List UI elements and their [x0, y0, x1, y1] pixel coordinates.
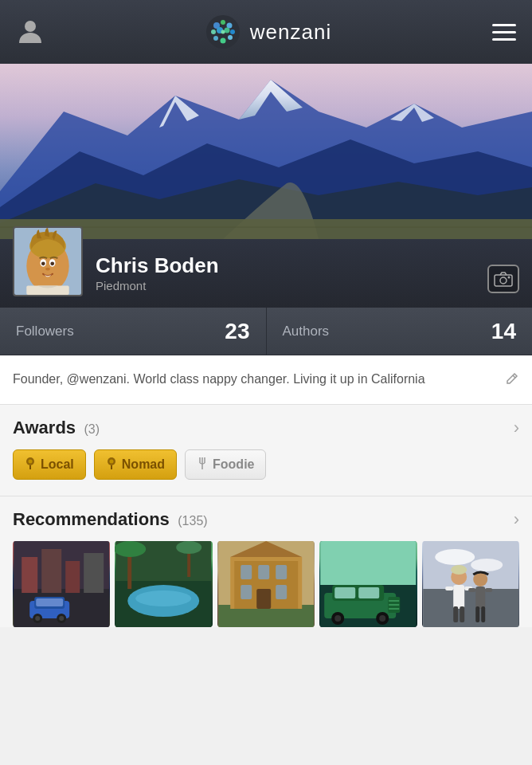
svg-point-58 [115, 541, 146, 557]
rec-image-4 [319, 541, 417, 627]
hamburger-line-1 [492, 24, 516, 26]
profile-name: Chris Boden [96, 254, 519, 277]
svg-rect-89 [423, 589, 518, 627]
menu-button[interactable] [492, 24, 516, 41]
rec-thumb-3[interactable] [217, 541, 315, 627]
svg-point-3 [221, 20, 225, 25]
pin-icon-local [25, 457, 36, 473]
award-nomad-label: Nomad [122, 457, 165, 472]
avatar[interactable] [13, 226, 83, 296]
pencil-icon [505, 371, 519, 386]
edit-button[interactable] [505, 371, 519, 390]
award-foodie-label: Foodie [213, 457, 254, 472]
rec-thumb-2[interactable] [115, 541, 212, 627]
app-logo [205, 14, 241, 49]
rec-thumb-4[interactable] [319, 541, 417, 627]
camera-icon [487, 265, 519, 293]
svg-point-104 [451, 565, 467, 575]
svg-point-33 [508, 277, 510, 279]
awards-list: Local Nomad Foodie [13, 449, 519, 480]
svg-rect-83 [358, 587, 379, 598]
svg-rect-53 [36, 598, 63, 606]
recs-images [13, 541, 519, 627]
rec-thumb-5[interactable] [422, 541, 519, 627]
authors-count: 14 [491, 319, 516, 344]
camera-button[interactable] [487, 265, 519, 293]
svg-rect-44 [41, 549, 61, 593]
awards-title-area: Awards (3) [13, 418, 100, 438]
svg-point-27 [41, 261, 45, 265]
svg-rect-100 [468, 588, 475, 592]
hamburger-line-3 [492, 38, 516, 41]
svg-point-79 [334, 615, 341, 622]
svg-point-9 [213, 36, 218, 41]
mountain-scene [0, 64, 532, 239]
svg-rect-82 [334, 587, 355, 598]
svg-point-32 [500, 277, 507, 284]
fork-knife-svg [197, 457, 208, 469]
user-icon [16, 16, 45, 45]
svg-point-8 [230, 29, 235, 34]
svg-point-10 [220, 38, 225, 44]
location-pin-svg [25, 457, 36, 469]
recs-count: (135) [178, 514, 207, 528]
award-local-label: Local [41, 457, 74, 472]
svg-point-81 [379, 615, 385, 622]
svg-point-90 [435, 549, 475, 565]
svg-rect-46 [84, 553, 104, 593]
rec-image-1 [13, 541, 110, 627]
svg-point-52 [59, 616, 64, 621]
followers-stat[interactable]: Followers 23 [0, 308, 267, 355]
svg-rect-96 [453, 606, 458, 622]
rec-image-5 [422, 541, 519, 627]
profile-info: Chris Boden Piedmont [96, 254, 519, 292]
svg-point-11 [228, 35, 233, 40]
location-pin-nomad-svg [106, 457, 117, 469]
authors-stat[interactable]: Authors 14 [267, 308, 533, 355]
svg-point-0 [25, 21, 36, 32]
svg-rect-99 [475, 586, 485, 609]
svg-point-7 [224, 28, 229, 33]
svg-rect-97 [460, 606, 464, 622]
recs-chevron[interactable]: › [514, 509, 519, 530]
followers-count: 23 [225, 319, 249, 344]
svg-rect-66 [241, 565, 252, 579]
recommendations-section: Recommendations (135) › [0, 496, 532, 627]
stats-bar: Followers 23 Authors 14 [0, 308, 532, 355]
svg-point-4 [226, 23, 232, 29]
rec-thumb-1[interactable] [13, 541, 110, 627]
svg-rect-69 [241, 585, 252, 599]
svg-point-12 [221, 30, 225, 34]
svg-rect-102 [475, 606, 479, 622]
svg-point-60 [177, 541, 202, 554]
fork-icon-foodie [197, 457, 208, 473]
recs-header: Recommendations (135) › [13, 509, 519, 530]
authors-label: Authors [283, 324, 330, 339]
award-nomad[interactable]: Nomad [94, 449, 177, 480]
svg-rect-101 [485, 588, 492, 592]
award-foodie[interactable]: Foodie [185, 449, 266, 480]
svg-rect-71 [256, 589, 271, 609]
svg-rect-94 [445, 586, 453, 590]
svg-rect-45 [65, 561, 80, 593]
profile-bar: Chris Boden Piedmont [0, 239, 532, 308]
award-local[interactable]: Local [13, 449, 86, 480]
logo-area: wenzani [205, 14, 331, 49]
svg-rect-75 [320, 541, 416, 585]
awards-header: Awards (3) › [13, 418, 519, 438]
camera-svg [494, 271, 513, 287]
pin-icon-nomad [106, 457, 117, 473]
hamburger-line-2 [492, 31, 516, 33]
awards-chevron[interactable]: › [514, 418, 519, 438]
rec-image-3 [217, 541, 315, 627]
app-title: wenzani [250, 20, 331, 45]
user-icon-button[interactable] [16, 16, 45, 48]
rec-image-2 [115, 541, 212, 627]
svg-rect-103 [481, 606, 485, 622]
awards-count: (3) [84, 422, 100, 436]
svg-rect-93 [453, 585, 464, 609]
svg-point-28 [50, 261, 54, 265]
svg-point-37 [109, 460, 113, 464]
svg-rect-43 [22, 557, 37, 593]
recs-title: Recommendations [13, 509, 170, 529]
